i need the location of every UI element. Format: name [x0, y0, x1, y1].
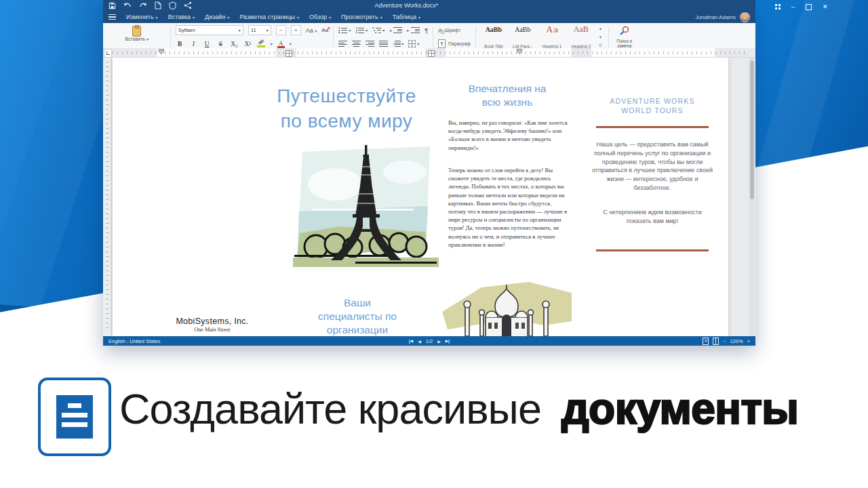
paste-button[interactable]: Вставить ▾ [108, 25, 165, 42]
menu-design[interactable]: Дизайн▾ [205, 14, 229, 20]
promo-tagline: Создавайте красивые документы [119, 384, 799, 434]
menu-table[interactable]: Таблица▾ [393, 14, 420, 20]
language-indicator[interactable]: English - United States [103, 338, 160, 344]
chevron-down-icon: ▾ [271, 41, 273, 46]
share-icon[interactable] [184, 1, 192, 9]
save-icon[interactable] [108, 2, 116, 9]
style-list-paragraph[interactable]: AaBb List Para... [511, 25, 534, 49]
numbered-list-icon[interactable] [355, 27, 364, 33]
underline-button[interactable]: U [203, 41, 212, 47]
paragraph-dialog-icon: ¶ [438, 39, 446, 48]
decrease-indent-icon[interactable] [393, 27, 402, 33]
zoom-in-button[interactable]: + [747, 338, 750, 344]
menu-insert[interactable]: Вставка▾ [168, 14, 195, 20]
redo-icon[interactable] [139, 2, 147, 9]
strikethrough-button[interactable]: S [216, 41, 225, 47]
vertical-scrollbar[interactable] [749, 58, 755, 336]
status-bar: English - United States ◀ ◀ 1/2 ▶ ▶ − 12… [103, 336, 755, 346]
new-document-icon[interactable] [155, 1, 161, 9]
increase-font-button[interactable]: + [291, 25, 301, 35]
horizontal-ruler[interactable] [103, 48, 755, 58]
company-address-block: MobiSystems, Inc. One Main Street [144, 317, 280, 333]
style-heading-2[interactable]: AaB Heading 2 [570, 25, 593, 49]
chevron-down-icon: ▾ [146, 37, 149, 41]
style-sample: Aa [546, 25, 559, 33]
font-color-button[interactable]: A [277, 40, 285, 48]
font-dialog-button[interactable]: A Шрифт [438, 25, 471, 35]
taj-mahal-image[interactable] [442, 282, 572, 336]
eiffel-tower-image[interactable] [293, 144, 439, 270]
scrollbar-thumb[interactable] [750, 60, 754, 199]
style-sample: AaBb [486, 25, 502, 34]
scroll-up-icon[interactable]: ▲ [599, 26, 602, 30]
subscript-button[interactable]: X₂ [230, 41, 239, 47]
bold-button[interactable]: B [176, 41, 184, 47]
line-spacing-button[interactable]: ↕▾ [393, 41, 403, 47]
vertical-ruler[interactable] [103, 58, 112, 336]
menu-view[interactable]: Просмотреть▾ [341, 14, 382, 20]
align-justify-icon[interactable] [379, 41, 388, 47]
specialists-heading: Ваши специалисты по организации [276, 296, 439, 336]
maximize-icon[interactable] [806, 4, 812, 10]
style-heading-1[interactable]: Aa Heading 1 [540, 25, 564, 49]
bullet-list-icon[interactable] [338, 27, 347, 33]
align-right-icon[interactable] [366, 41, 374, 47]
search-icon [619, 26, 630, 36]
avatar[interactable] [740, 12, 750, 22]
align-left-icon[interactable] [338, 41, 347, 47]
close-icon[interactable]: ✕ [823, 3, 828, 10]
paste-label: Вставить [125, 37, 146, 41]
align-center-icon[interactable] [352, 41, 361, 47]
italic-button[interactable]: I [189, 41, 198, 47]
style-sample: AaB [574, 25, 589, 34]
table-column-marker[interactable] [428, 50, 435, 57]
style-book-title[interactable]: AaBb Book Title [482, 25, 505, 49]
chevron-down-icon: ▾ [156, 15, 158, 20]
font-size-select[interactable]: 11▾ [248, 25, 271, 35]
zoom-out-button[interactable]: − [723, 338, 726, 344]
clear-formatting-button[interactable]: Aa✕ [321, 27, 328, 33]
change-case-icon: Aa [306, 27, 313, 34]
single-page-view-icon[interactable] [703, 338, 709, 345]
font-name-value: Sylfaen [178, 27, 195, 33]
styles-gallery-scroller[interactable]: ▲ ▼ ☰ [599, 25, 602, 49]
superscript-button[interactable]: X² [243, 41, 252, 47]
table-column-marker[interactable] [285, 50, 292, 57]
find-replace-button[interactable]: Поиск изамена [612, 24, 636, 49]
next-page-icon[interactable]: ▶ [437, 339, 441, 344]
decrease-font-button[interactable]: − [276, 25, 286, 35]
line-spacing-icon: ↕ [393, 42, 394, 46]
change-case-button[interactable]: Aa ▾ [306, 27, 317, 34]
task-view-icon[interactable] [775, 4, 781, 9]
page-indicator: 1/2 [426, 338, 433, 344]
outdent-arrow: ◂ [389, 28, 391, 33]
menu-review[interactable]: Обзор▾ [309, 14, 331, 20]
tab-selector-box[interactable] [104, 49, 112, 58]
document-page[interactable]: Путешествуйте по всему миру [113, 58, 728, 336]
paragraph-dialog-button[interactable]: ¶ Параграф [438, 39, 471, 49]
toolbar: Вставить ▾ ✂ Формат по образцу Sylfaen▾ … [103, 23, 755, 52]
last-page-icon[interactable]: ▶ [446, 338, 450, 343]
hamburger-menu-icon[interactable] [108, 14, 116, 20]
gallery-expand-icon[interactable]: ☰ [599, 43, 602, 47]
zoom-level[interactable]: 120% [730, 338, 743, 344]
chevron-down-icon: ▾ [239, 28, 241, 33]
protect-shield-icon[interactable] [169, 1, 176, 9]
borders-button[interactable] [408, 40, 416, 47]
two-page-view-icon[interactable] [713, 338, 719, 345]
undo-icon[interactable] [123, 2, 132, 9]
menu-page-layout[interactable]: Разметка страницы▾ [239, 14, 299, 20]
increase-indent-icon[interactable] [411, 27, 420, 33]
menu-edit[interactable]: Изменить▾ [126, 14, 158, 20]
scroll-down-icon[interactable]: ▼ [599, 35, 602, 39]
font-name-select[interactable]: Sylfaen▾ [176, 25, 243, 35]
highlight-color-button[interactable] [257, 40, 266, 48]
multilevel-list-icon[interactable] [372, 27, 381, 33]
show-formatting-marks-icon[interactable]: ¶ [425, 27, 428, 34]
divider-rule [596, 249, 709, 251]
first-page-icon[interactable]: ◀ [410, 338, 414, 343]
minimize-icon[interactable]: – [791, 3, 795, 10]
document-title: Adventure Works.docx* [374, 2, 438, 9]
previous-page-icon[interactable]: ◀ [418, 339, 421, 344]
chevron-down-icon: ▾ [401, 41, 403, 46]
